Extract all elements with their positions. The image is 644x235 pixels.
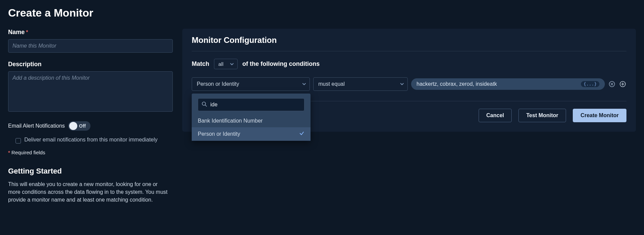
dropdown-option[interactable]: Person or Identity — [192, 127, 311, 141]
condition-value-input[interactable]: hackertz, cobrax, zerod, insideatk {...} — [411, 78, 605, 90]
check-icon — [299, 131, 304, 137]
dropdown-option[interactable]: Bank Identification Number — [192, 114, 311, 127]
dropdown-search-input[interactable] — [210, 102, 301, 108]
match-row: Match all of the following conditions — [192, 59, 626, 69]
deliver-immediately-label: Deliver email notifications from this mo… — [24, 137, 158, 143]
required-star-icon: * — [26, 29, 28, 35]
chevron-down-icon — [400, 82, 404, 86]
chevron-down-icon — [302, 82, 306, 86]
required-star-icon: * — [8, 150, 10, 155]
email-alert-toggle[interactable]: Off — [68, 121, 90, 131]
match-mode-select[interactable]: all — [214, 59, 238, 69]
condition-row: Person or Identity must equal hackertz, … — [192, 77, 626, 101]
condition-value-text: hackertz, cobrax, zerod, insideatk — [417, 81, 578, 87]
deliver-immediately-checkbox[interactable] — [16, 138, 21, 143]
remove-condition-button[interactable] — [608, 80, 616, 88]
match-prefix: Match — [192, 60, 209, 68]
search-icon — [202, 101, 207, 108]
field-dropdown: Bank Identification Number Person or Ide… — [192, 94, 311, 141]
condition-field-select[interactable]: Person or Identity — [192, 77, 310, 91]
email-alert-label: Email Alert Notifications — [8, 123, 65, 129]
description-input[interactable] — [8, 71, 173, 112]
add-condition-button[interactable] — [619, 80, 626, 88]
config-title: Monitor Configuration — [192, 35, 626, 51]
toggle-state-label: Off — [79, 123, 86, 129]
getting-started-body: This will enable you to create a new mon… — [8, 180, 170, 204]
dropdown-search[interactable] — [198, 98, 304, 111]
page-title: Create a Monitor — [8, 7, 636, 19]
name-input[interactable] — [8, 39, 173, 53]
monitor-config-panel: Monitor Configuration Match all of the f… — [182, 29, 636, 132]
name-label: Name — [8, 29, 25, 36]
toggle-knob — [69, 122, 77, 130]
condition-operator-select[interactable]: must equal — [313, 77, 408, 91]
value-expand-badge[interactable]: {...} — [581, 81, 599, 87]
left-column: Name* Description Email Alert Notificati… — [8, 29, 173, 204]
description-label: Description — [8, 61, 42, 68]
test-monitor-button[interactable]: Test Monitor — [518, 109, 566, 122]
chevron-down-icon — [230, 62, 234, 66]
match-suffix: of the following conditions — [242, 60, 320, 68]
getting-started-heading: Getting Started — [8, 167, 173, 176]
required-fields-note: *Required fields — [8, 150, 173, 155]
create-monitor-button[interactable]: Create Monitor — [573, 109, 626, 122]
right-column: Monitor Configuration Match all of the f… — [182, 29, 636, 204]
cancel-button[interactable]: Cancel — [479, 109, 512, 122]
